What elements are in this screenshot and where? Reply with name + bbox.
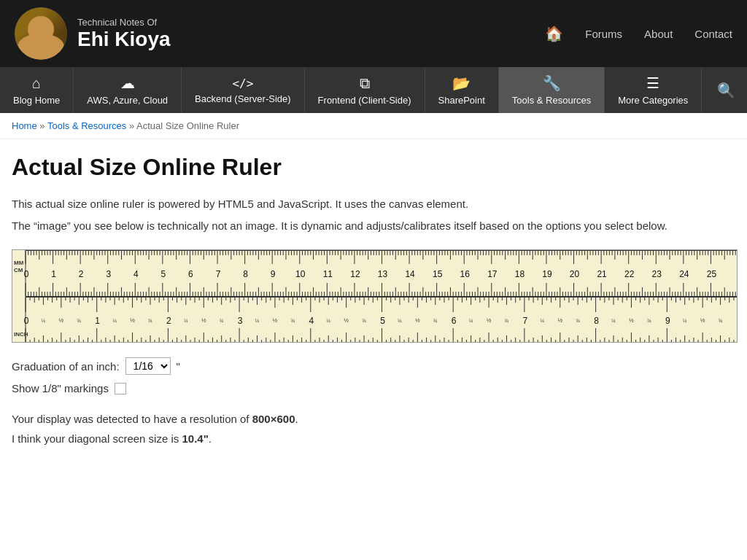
nav-tools-label: Tools & Resources <box>512 95 591 106</box>
folder-icon: 📂 <box>452 74 471 92</box>
nav-more[interactable]: ☰ More Categories <box>605 67 702 113</box>
frontend-icon: ⧉ <box>360 75 370 92</box>
nav-sharepoint[interactable]: 📂 SharePoint <box>425 67 499 113</box>
nav-aws-label: AWS, Azure, Cloud <box>87 95 168 106</box>
avatar-image <box>15 7 67 60</box>
main-navbar: ⌂ Blog Home ☁ AWS, Azure, Cloud </> Back… <box>0 67 747 113</box>
tools-icon: 🔧 <box>543 74 561 92</box>
header-nav: 🏠 Forums About Contact <box>545 25 732 42</box>
screen-size-prefix: I think your diagonal screen size is <box>12 432 182 445</box>
forums-link[interactable]: Forums <box>585 28 622 40</box>
cloud-icon: ☁ <box>120 74 135 92</box>
inch-symbol: " <box>177 360 180 373</box>
nav-blog-home[interactable]: ⌂ Blog Home <box>0 67 74 113</box>
ruler-mm-cm: MMCM <box>12 250 737 297</box>
main-content: Actual Size Online Ruler This actual siz… <box>0 139 747 463</box>
breadcrumb-current: Actual Size Online Ruler <box>136 120 239 131</box>
avatar <box>15 7 67 60</box>
resolution-info: Your display was detected to have a reso… <box>12 409 735 448</box>
graduation-select[interactable]: 1/16 1/8 1/4 1/2 <box>125 357 171 375</box>
nav-tools[interactable]: 🔧 Tools & Resources <box>499 67 605 113</box>
code-icon: </> <box>232 77 253 90</box>
nav-frontend[interactable]: ⧉ Frontend (Client-Side) <box>305 67 425 113</box>
hamburger-icon: ☰ <box>646 74 659 92</box>
ruler-controls: Graduation of an inch: 1/16 1/8 1/4 1/2 … <box>12 357 735 394</box>
breadcrumb: Home » Tools & Resources » Actual Size O… <box>0 113 747 139</box>
site-subtitle: Technical Notes Of <box>77 17 171 28</box>
ruler-container: MMCM INCH <box>12 249 738 343</box>
nav-backend-label: Backend (Server-Side) <box>195 93 291 104</box>
nav-backend[interactable]: </> Backend (Server-Side) <box>182 67 305 113</box>
nav-blog-home-label: Blog Home <box>13 95 60 106</box>
nav-frontend-label: Frontend (Client-Side) <box>318 95 411 106</box>
description-line1: This actual size online ruler is powered… <box>12 195 735 213</box>
contact-link[interactable]: Contact <box>694 28 732 40</box>
site-title-block: Technical Notes Of Ehi Kioya <box>77 17 171 51</box>
description-line2: The “image” you see below is technically… <box>12 217 735 235</box>
page-title: Actual Size Online Ruler <box>12 154 735 181</box>
graduation-label: Graduation of an inch: <box>12 360 120 373</box>
resolution-prefix: Your display was detected to have a reso… <box>12 413 252 425</box>
ruler-bottom-canvas <box>12 297 738 343</box>
search-icon: 🔍 <box>717 82 735 99</box>
ruler-inch: INCH <box>12 297 737 343</box>
search-button[interactable]: 🔍 <box>705 67 747 113</box>
resolution-line1: Your display was detected to have a reso… <box>12 409 735 429</box>
show-markings-label: Show 1/8" markings <box>12 382 109 394</box>
resolution-value: 800×600 <box>252 413 295 425</box>
show-markings-row: Show 1/8" markings <box>12 382 735 394</box>
nav-aws-cloud[interactable]: ☁ AWS, Azure, Cloud <box>74 67 182 113</box>
show-markings-checkbox[interactable] <box>115 383 126 394</box>
screen-size-value: 10.4" <box>182 432 208 445</box>
site-header: Technical Notes Of Ehi Kioya 🏠 Forums Ab… <box>0 0 747 67</box>
site-branding: Technical Notes Of Ehi Kioya <box>15 7 171 60</box>
ruler-top-canvas <box>12 250 738 297</box>
nav-sharepoint-label: SharePoint <box>438 95 485 106</box>
resolution-line2: I think your diagonal screen size is 10.… <box>12 429 735 448</box>
about-link[interactable]: About <box>644 28 673 40</box>
home-icon[interactable]: 🏠 <box>545 25 563 42</box>
nav-more-label: More Categories <box>618 95 688 106</box>
graduation-row: Graduation of an inch: 1/16 1/8 1/4 1/2 … <box>12 357 735 375</box>
breadcrumb-category[interactable]: Tools & Resources <box>47 120 126 131</box>
blog-home-icon: ⌂ <box>32 75 41 92</box>
site-title: Ehi Kioya <box>77 28 171 51</box>
breadcrumb-home[interactable]: Home <box>12 120 37 131</box>
